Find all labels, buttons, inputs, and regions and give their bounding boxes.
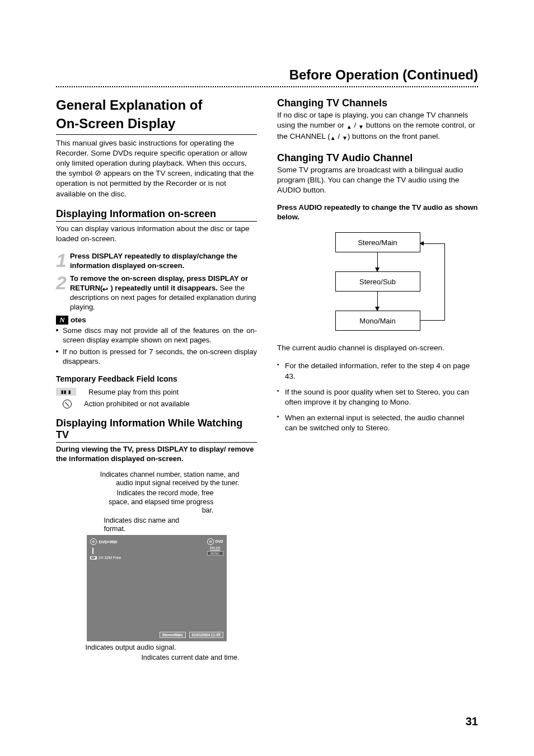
icon-row-prohibit: Action prohibited or not available (56, 400, 257, 408)
intro-paragraph: This manual gives basic instructions for… (56, 138, 257, 199)
return-icon (102, 285, 110, 290)
step-1: 1 Press DISPLAY repeatedly to display/ch… (56, 252, 257, 271)
prohibit-label: Action prohibited or not available (84, 400, 190, 408)
step-2-text: To remove the on-screen display, press D… (70, 274, 257, 312)
osd-right-group: DVD PR-05 MONO (207, 538, 223, 556)
step-2-number: 2 (56, 274, 67, 312)
notes-label: otes (71, 316, 86, 324)
notes-icon: N (56, 316, 68, 325)
progress-bar-icon (92, 548, 93, 554)
two-column-layout: General Explanation of On-Screen Display… (56, 97, 478, 662)
note-item: If no button is pressed for 7 seconds, t… (56, 347, 257, 367)
flow-box-3: Mono/Main (335, 311, 420, 331)
step-2-bold-b: ) repeatedly until it disappears. (110, 284, 217, 292)
header-row: Before Operation (Continued) (56, 67, 478, 83)
flow-box-2: Stereo/Sub (335, 271, 420, 292)
osd-datetime: 01/01/2004 11:35 (189, 632, 223, 638)
tv-instruction: During viewing the TV, press DISPLAY to … (56, 445, 257, 464)
callout-discname: Indicates disc name and format. (104, 516, 196, 534)
flow-loop-top (420, 243, 445, 244)
flow-arrow (377, 292, 378, 311)
header-divider (56, 86, 478, 87)
subhead-watching-tv: Displaying Information While Watching TV (56, 417, 257, 441)
page-number: 31 (466, 715, 478, 728)
callout-datetime: Indicates current date and time. (73, 654, 240, 663)
running-head: Before Operation (Continued) (289, 67, 478, 83)
disc-icon-small (207, 538, 214, 545)
callout-recmode: Indicates the record mode, free space, a… (104, 489, 214, 515)
osd-channel: PR-05 (207, 546, 223, 551)
resume-marker-icon: ▮▮ ▮ (56, 388, 76, 396)
displaying-info-paragraph: You can display various information abou… (56, 224, 257, 244)
subhead-rule (56, 221, 257, 222)
audio-notes-list: For the detailed information, refer to t… (277, 361, 478, 433)
right-column: Changing TV Channels If no disc or tape … (277, 97, 478, 662)
audio-note-item: When an external input is selected, the … (277, 413, 478, 433)
flow-loop-bottom (420, 320, 445, 321)
disc-icon (90, 538, 97, 545)
icon-row-resume: ▮▮ ▮ Resume play from this point (56, 388, 257, 396)
channels-paragraph: If no disc or tape is playing, you can c… (277, 110, 478, 143)
up-arrow-icon (330, 133, 336, 143)
osd-bottom-row: Stereo/Main 01/01/2004 11:35 (90, 632, 223, 638)
osd-audio: Stereo/Main (160, 632, 186, 638)
step-1-text: Press DISPLAY repeatedly to display/chan… (70, 252, 237, 270)
title-rule (56, 134, 257, 135)
audio-note-item: If the sound is poor quality when set to… (277, 387, 478, 407)
notes-head: N otes (56, 316, 257, 325)
callout-audio: Indicates output audio signal. (73, 644, 176, 652)
osd-dvd: DVD (216, 539, 223, 544)
flow-loop-vertical (444, 243, 445, 321)
down-arrow-icon (358, 121, 364, 132)
prohibit-icon (63, 400, 72, 408)
note-item: Some discs may not provide all of the fe… (56, 326, 257, 345)
up-arrow-icon (346, 121, 352, 132)
osd-format: DVD+RW (99, 539, 118, 544)
notes-list: Some discs may not provide all of the fe… (56, 326, 257, 367)
subhead-channels: Changing TV Channels (277, 97, 478, 109)
osd-mono-badge: MONO (207, 551, 223, 556)
osd-left-group: DVD+RW SP 1H 32M Free (90, 538, 146, 555)
osd-screen: DVD+RW SP 1H 32M Free DVD PR-05 MONO (87, 535, 227, 641)
sp-badge: SP (90, 556, 97, 560)
step-2: 2 To remove the on-screen display, press… (56, 274, 257, 312)
audio-flowchart: Stereo/Main Stereo/Sub Mono/Main (299, 229, 456, 334)
down-arrow-icon (342, 133, 348, 143)
osd-diagram: Indicates channel number, station name, … (73, 471, 241, 663)
resume-label: Resume play from this point (88, 388, 179, 396)
channels-text-c: ) buttons on the front panel. (348, 132, 440, 140)
flow-arrow (377, 252, 378, 271)
subhead-audio-channel: Changing TV Audio Channel (277, 152, 478, 164)
left-column: General Explanation of On-Screen Display… (56, 97, 257, 662)
callout-tuner: Indicates channel number, station name, … (99, 471, 240, 488)
audio-paragraph: Some TV programs are broadcast with a bi… (277, 165, 478, 196)
audio-instruction: Press AUDIO repeatedly to change the TV … (277, 203, 478, 222)
osd-free: 1H 32M Free (99, 556, 121, 560)
audio-note-item: For the detailed information, refer to t… (277, 361, 478, 381)
section-title-line-1: General Explanation of (56, 97, 257, 114)
section-title-line-2: On-Screen Display (56, 116, 257, 132)
after-flow-paragraph: The current audio channel is displayed o… (277, 343, 478, 353)
feedback-icons-head: Temporary Feedback Field Icons (56, 374, 257, 383)
step-1-number: 1 (56, 252, 67, 271)
subhead-displaying-info: Displaying Information on-screen (56, 208, 257, 220)
manual-page: Before Operation (Continued) General Exp… (0, 0, 534, 756)
flow-box-1: Stereo/Main (335, 232, 420, 252)
subhead-rule-2 (56, 442, 257, 443)
